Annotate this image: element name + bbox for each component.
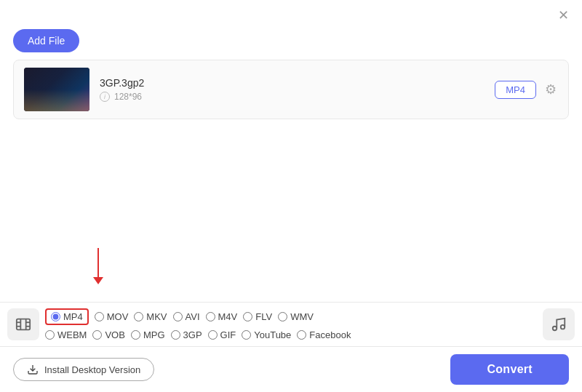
format-radio-wmv[interactable] xyxy=(278,312,287,321)
bottom-bar: Install Desktop Version Convert xyxy=(0,346,582,392)
file-thumbnail xyxy=(24,68,89,111)
file-info: 3GP.3gp2 i 128*96 xyxy=(100,77,485,102)
format-option-vob[interactable]: VOB xyxy=(92,329,124,340)
format-grid: MP4 MOV MKV AVI M4V xyxy=(45,308,537,340)
svg-point-8 xyxy=(561,325,565,329)
format-option-mp4[interactable]: MP4 xyxy=(45,308,89,325)
format-radio-flv[interactable] xyxy=(243,312,252,321)
format-option-youtube[interactable]: YouTube xyxy=(242,329,291,340)
download-icon xyxy=(27,364,39,375)
format-radio-mp4[interactable] xyxy=(51,312,60,321)
format-label-mov: MOV xyxy=(107,311,129,322)
format-label-gif: GIF xyxy=(220,329,236,340)
format-radio-youtube[interactable] xyxy=(242,330,251,340)
video-format-button[interactable] xyxy=(7,308,39,340)
format-label-youtube: YouTube xyxy=(254,329,291,340)
thumbnail-image xyxy=(24,68,89,111)
format-label-3gp: 3GP xyxy=(183,329,202,340)
install-label: Install Desktop Version xyxy=(44,364,140,375)
format-option-gif[interactable]: GIF xyxy=(208,329,236,340)
format-row-2: WEBM VOB MPG 3GP GIF xyxy=(45,329,537,340)
format-label-wmv: WMV xyxy=(290,311,314,322)
film-icon xyxy=(15,316,31,332)
format-radio-webm[interactable] xyxy=(45,330,55,340)
arrow-head xyxy=(93,277,103,284)
format-option-mpg[interactable]: MPG xyxy=(131,329,165,340)
format-option-flv[interactable]: FLV xyxy=(243,311,272,322)
convert-button[interactable]: Convert xyxy=(450,354,569,385)
file-name: 3GP.3gp2 xyxy=(100,77,485,89)
format-radio-3gp[interactable] xyxy=(171,330,180,340)
title-bar: ✕ xyxy=(0,0,582,26)
file-dimensions: 128*96 xyxy=(114,92,142,102)
format-label-facebook: Facebook xyxy=(309,329,351,340)
format-option-avi[interactable]: AVI xyxy=(173,311,200,322)
format-option-mov[interactable]: MOV xyxy=(95,311,129,322)
format-option-mkv[interactable]: MKV xyxy=(134,311,167,322)
format-option-facebook[interactable]: Facebook xyxy=(297,329,351,340)
format-radio-mkv[interactable] xyxy=(134,312,143,321)
format-radio-avi[interactable] xyxy=(173,312,183,321)
format-badge[interactable]: MP4 xyxy=(495,81,536,99)
format-radio-m4v[interactable] xyxy=(206,312,215,321)
arrow-indicator xyxy=(93,248,103,284)
format-row-1: MP4 MOV MKV AVI M4V xyxy=(45,308,537,325)
arrow-line xyxy=(97,248,99,277)
format-option-m4v[interactable]: M4V xyxy=(206,311,238,322)
format-label-webm: WEBM xyxy=(57,329,87,340)
format-label-mp4: MP4 xyxy=(63,311,83,322)
info-icon: i xyxy=(100,92,110,102)
format-radio-mpg[interactable] xyxy=(131,330,140,340)
settings-button[interactable]: ⚙ xyxy=(543,80,558,99)
format-label-flv: FLV xyxy=(255,311,272,322)
svg-rect-0 xyxy=(17,319,30,330)
file-item: 3GP.3gp2 i 128*96 MP4 ⚙ xyxy=(14,60,568,119)
format-label-vob: VOB xyxy=(105,329,124,340)
format-section: MP4 MOV MKV AVI M4V xyxy=(0,302,582,346)
format-option-wmv[interactable]: WMV xyxy=(278,311,314,322)
bottom-panel: MP4 MOV MKV AVI M4V xyxy=(0,302,582,392)
format-label-m4v: M4V xyxy=(218,311,238,322)
install-button[interactable]: Install Desktop Version xyxy=(13,358,154,381)
music-icon xyxy=(551,316,567,332)
format-label-avi: AVI xyxy=(186,311,200,322)
add-file-button[interactable]: Add File xyxy=(13,29,79,52)
format-option-3gp[interactable]: 3GP xyxy=(171,329,202,340)
audio-format-button[interactable] xyxy=(543,308,575,340)
close-button[interactable]: ✕ xyxy=(555,7,572,23)
file-actions: MP4 ⚙ xyxy=(495,80,558,99)
format-radio-facebook[interactable] xyxy=(297,330,306,340)
format-option-webm[interactable]: WEBM xyxy=(45,329,87,340)
format-radio-gif[interactable] xyxy=(208,330,218,340)
file-meta: i 128*96 xyxy=(100,92,485,102)
format-radio-vob[interactable] xyxy=(92,330,102,340)
file-list: 3GP.3gp2 i 128*96 MP4 ⚙ xyxy=(13,60,569,119)
format-label-mpg: MPG xyxy=(143,329,165,340)
top-toolbar: Add File xyxy=(0,26,582,60)
format-radio-mov[interactable] xyxy=(95,312,104,321)
svg-point-7 xyxy=(553,327,557,331)
format-label-mkv: MKV xyxy=(146,311,167,322)
